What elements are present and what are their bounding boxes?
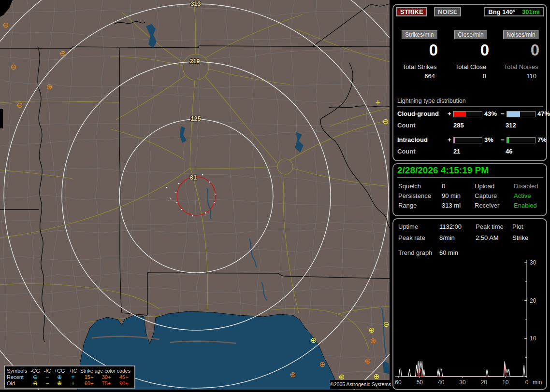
ic-positive-bar: [453, 137, 482, 143]
age-code-15: 15+: [80, 374, 98, 380]
trend-series-close: [417, 365, 507, 377]
total-close-value: 0: [446, 72, 496, 80]
recent-strike-dot: [178, 183, 179, 184]
squelch-label: Squelch: [398, 182, 421, 190]
recent-strike-dot: [181, 209, 182, 210]
cg-pos-recent-icon: ⊕: [53, 375, 66, 379]
strike-counters-panel: STRIKE NOISE Bng 140°301mi Strikes/min 0…: [392, 4, 547, 161]
x-tick-label: 20: [481, 379, 488, 386]
plus-sign: +: [448, 136, 451, 143]
copyright-notice: ©2005 Astrogenic Systems: [330, 380, 390, 389]
status-panel: 2/28/2026 4:15:19 PM Squelch 0 Upload Di…: [392, 163, 547, 216]
recent-strike-dot: [170, 198, 171, 199]
ic-count-label: Count: [397, 148, 416, 155]
trend-graph: 1020306050403020100min: [393, 219, 546, 387]
x-tick-label: 60: [395, 379, 402, 386]
recent-strike-dot: [166, 187, 167, 188]
upload-label: Upload: [475, 182, 494, 190]
ic-pos-old-icon: +: [66, 381, 80, 386]
datetime-display: 2/28/2026 4:15:19 PM: [397, 165, 543, 178]
cloud-ground-label: Cloud-ground: [397, 110, 439, 117]
x-tick-label: 40: [438, 379, 445, 386]
legend-row-old-label: Old: [7, 380, 29, 386]
close-rate-value: 0: [446, 41, 496, 59]
age-code-90: 90+: [115, 380, 132, 386]
y-tick-label: 20: [530, 297, 536, 304]
bearing-value: Bng 140°: [488, 8, 515, 15]
cg-positive-count: 285: [453, 122, 464, 129]
age-code-30: 30+: [98, 374, 115, 380]
legend-header-symbols: Symbols: [7, 368, 29, 374]
capture-status: Active: [514, 192, 531, 199]
cg-positive-pct: 43%: [484, 110, 497, 117]
cg-negative-bar: [507, 111, 536, 117]
legend-header-cg-neg: -CG: [29, 368, 42, 374]
minus-sign: −: [501, 136, 505, 143]
recent-strike-dot: [205, 212, 206, 213]
session-panel: Uptime 1132:00 Peak time Plot Peak rate …: [392, 218, 547, 390]
ic-neg-old-icon: −: [42, 381, 53, 386]
legend-header-ic-neg: -IC: [42, 368, 53, 374]
squelch-value: 0: [442, 182, 445, 190]
cg-count-label: Count: [397, 122, 416, 129]
upload-status: Disabled: [514, 182, 538, 190]
map-canvas[interactable]: 31125219313: [0, 0, 390, 392]
total-strikes-value: 664: [394, 72, 445, 80]
y-tick-label: 30: [530, 259, 536, 266]
recent-strike-dot: [215, 194, 216, 195]
recent-strike-dot: [209, 182, 210, 182]
noises-counter-column: Noises/min 0 Total Noises 110: [496, 30, 546, 80]
capture-label: Capture: [475, 192, 497, 199]
cloud-ground-row: Cloud-ground + 43% − 47%: [393, 110, 546, 118]
range-label: Range: [398, 202, 417, 209]
noises-rate-value: 0: [496, 41, 546, 59]
cg-neg-old-icon: ⊖: [29, 381, 42, 386]
legend-header-cg-pos: +CG: [53, 368, 66, 374]
x-tick-label: 30: [459, 379, 466, 386]
persistence-label: Persistence: [398, 192, 431, 199]
strikes-per-min-button[interactable]: Strikes/min: [402, 30, 437, 39]
noise-mode-button[interactable]: NOISE: [434, 7, 461, 16]
recent-strike-dot: [190, 177, 191, 178]
recent-strike-dot: [192, 215, 193, 216]
total-close-label: Total Close: [446, 63, 496, 70]
age-code-75: 75+: [98, 380, 115, 386]
minus-sign: −: [501, 110, 505, 117]
noises-per-min-button[interactable]: Noises/min: [503, 30, 538, 39]
cg-negative-pct: 47%: [537, 110, 550, 117]
age-code-60: 60+: [80, 380, 98, 386]
age-code-45: 45+: [115, 374, 132, 380]
recent-strike-dot: [214, 202, 215, 203]
legend-row-recent-label: Recent: [7, 374, 29, 380]
recent-strike-dot: [202, 174, 203, 175]
ring-label-313: 313: [191, 0, 201, 7]
ic-pos-recent-icon: +: [66, 375, 80, 379]
x-tick-label: 50: [417, 379, 423, 386]
ic-positive-pct: 3%: [484, 136, 493, 143]
total-strikes-label: Total Strikes: [394, 63, 445, 70]
close-per-min-button[interactable]: Close/min: [454, 30, 487, 39]
range-value: 313 mi: [442, 202, 461, 209]
lightning-map[interactable]: 31125219313 ©2005 Astrogenic Systems Sym…: [0, 0, 390, 392]
bearing-readout: Bng 140°301mi: [484, 7, 544, 16]
bearing-range-value: 301mi: [522, 8, 540, 15]
ic-negative-count: 46: [506, 148, 512, 155]
distribution-title: Lightning type distribution: [397, 98, 543, 107]
y-tick-label: 10: [530, 335, 536, 342]
receiver-label: Receiver: [475, 202, 499, 209]
ic-positive-count: 21: [453, 148, 460, 155]
plus-sign: +: [448, 110, 451, 117]
cg-negative-count: 312: [506, 122, 516, 129]
ic-neg-recent-icon: −: [42, 375, 53, 379]
ic-negative-bar: [507, 137, 536, 143]
trend-series-strikes: [398, 362, 527, 377]
ic-negative-pct: 7%: [537, 136, 547, 143]
x-unit-label: min: [533, 379, 542, 386]
total-noises-value: 110: [496, 72, 546, 80]
strikes-counter-column: Strikes/min 0 Total Strikes 664: [394, 30, 445, 80]
intracloud-row: Intracloud + 3% − 7%: [393, 136, 546, 144]
strike-mode-button[interactable]: STRIKE: [396, 7, 427, 16]
ring-label-219: 219: [190, 58, 200, 65]
cg-pos-old-icon: ⊕: [53, 381, 66, 386]
cg-neg-recent-icon: ⊖: [29, 375, 42, 379]
